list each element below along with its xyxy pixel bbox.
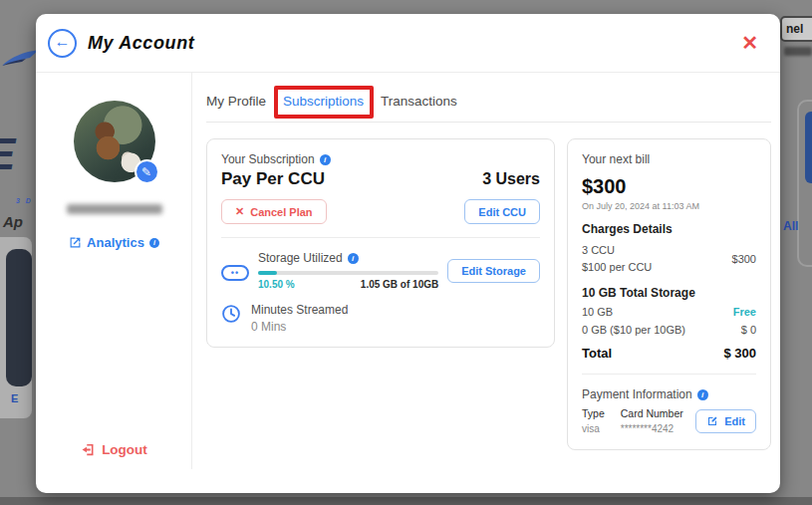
payment-card-column: Card Number ********4242 — [621, 407, 683, 434]
storage-extra-value: $ 0 — [741, 324, 756, 336]
payment-table: Type visa Card Number ********4242 — [582, 407, 683, 434]
ccu-amount: $300 — [732, 253, 756, 265]
background-view-all-link: All — [783, 219, 798, 233]
charge-line-storage-extra: 0 GB ($10 per 10GB) $ 0 — [582, 324, 756, 336]
storage-label: Storage Utilized — [258, 251, 343, 265]
x-icon: ✕ — [235, 205, 244, 218]
storage-usage: 1.05 GB of 10GB — [361, 279, 438, 290]
cancel-plan-label: Cancel Plan — [250, 206, 312, 218]
storage-free-value: Free — [733, 306, 756, 318]
storage-extra-label: 0 GB ($10 per 10GB) — [582, 324, 685, 336]
payment-type-value: visa — [582, 423, 605, 434]
storage-stats: 10.50 % 1.05 GB of 10GB — [258, 279, 438, 290]
payment-type-column: Type visa — [582, 407, 605, 434]
card-divider — [582, 374, 756, 375]
storage-details: Storage Utilized i 10.50 % 1.05 GB of 10… — [258, 251, 438, 290]
charge-line-storage-free: 10 GB Free — [582, 306, 756, 318]
charges-heading: Charges Details — [582, 222, 756, 236]
back-button[interactable]: ← — [48, 29, 77, 58]
payment-heading: Payment Information i — [582, 387, 756, 401]
minutes-value: 0 Mins — [251, 320, 348, 334]
storage-heading: Storage Utilized i — [258, 251, 438, 265]
info-icon[interactable]: i — [320, 154, 331, 165]
username-redacted — [67, 204, 162, 214]
tab-transactions[interactable]: Transactions — [381, 94, 457, 109]
minutes-details: Minutes Streamed 0 Mins — [251, 303, 348, 334]
payment-type-header: Type — [582, 407, 605, 419]
edit-payment-label: Edit — [724, 415, 745, 427]
tab-subscriptions[interactable]: Subscriptions — [283, 94, 364, 109]
subscription-heading-label: Your Subscription — [221, 152, 315, 166]
edit-ccu-label: Edit CCU — [478, 206, 526, 218]
edit-ccu-button[interactable]: Edit CCU — [464, 199, 540, 224]
storage-progress-fill — [258, 271, 277, 275]
avatar[interactable]: ✎ — [74, 101, 155, 182]
payment-heading-label: Payment Information — [582, 387, 692, 401]
modal-title: My Account — [88, 33, 194, 54]
logout-icon — [81, 442, 96, 457]
avatar-edit-badge[interactable]: ✎ — [135, 159, 159, 184]
payment-card-value: ********4242 — [621, 423, 683, 434]
bill-date: On July 20, 2024 at 11:03 AM — [582, 201, 756, 211]
my-account-modal: ← My Account ✕ ✎ — [36, 14, 780, 493]
clock-icon — [221, 304, 241, 324]
background-channel-button: nel — [780, 16, 812, 42]
storage-drive-icon: •• — [221, 265, 249, 281]
logout-button[interactable]: Logout — [81, 442, 147, 457]
account-content: My Profile Subscriptions Transactions Yo… — [192, 73, 780, 493]
bill-amount: $300 — [582, 175, 756, 198]
background-right-button — [805, 112, 812, 183]
cancel-plan-button[interactable]: ✕ Cancel Plan — [221, 199, 327, 224]
plan-name: Pay Per CCU — [221, 169, 325, 189]
storage-group-heading: 10 GB Total Storage — [582, 286, 756, 300]
charge-line-ccu-labels: 3 CCU $100 per CCU — [582, 242, 652, 275]
minutes-row: Minutes Streamed 0 Mins — [221, 303, 540, 334]
background-app-card-label: E — [11, 392, 18, 404]
app-logo-letter: E — [0, 129, 13, 179]
analytics-link[interactable]: Analytics i — [69, 235, 159, 250]
tab-bar: My Profile Subscriptions Transactions — [206, 88, 771, 123]
storage-free-label: 10 GB — [582, 306, 613, 318]
edit-storage-button[interactable]: Edit Storage — [447, 259, 540, 283]
edit-payment-button[interactable]: Edit — [695, 409, 756, 433]
modal-body: ✎ Analytics i Logo — [36, 73, 780, 493]
storage-progress-track — [258, 271, 438, 275]
close-button[interactable]: ✕ — [741, 33, 758, 53]
storage-percent: 10.50 % — [258, 279, 295, 290]
info-icon[interactable]: i — [697, 389, 708, 400]
background-app-thumbnail — [6, 249, 32, 386]
analytics-label: Analytics — [87, 235, 144, 250]
screen: E 3 D Ap E nel All ← My Account ✕ — [0, 0, 812, 505]
sidebar-divider — [191, 73, 192, 469]
users-count: 3 Users — [482, 170, 540, 188]
close-icon: ✕ — [741, 32, 758, 54]
plan-actions: ✕ Cancel Plan Edit CCU — [221, 199, 540, 224]
edit-pencil-icon — [706, 415, 718, 427]
back-arrow-icon: ← — [55, 34, 71, 50]
background-apps-heading: Ap — [3, 213, 23, 230]
ccu-rate: $100 per CCU — [582, 259, 652, 276]
plan-row: Pay Per CCU 3 Users — [221, 169, 540, 189]
info-icon[interactable]: i — [348, 253, 359, 264]
minutes-label: Minutes Streamed — [251, 303, 348, 317]
account-sidebar: ✎ Analytics i Logo — [36, 73, 192, 493]
pencil-icon: ✎ — [141, 165, 151, 179]
subscription-heading: Your Subscription i — [221, 152, 540, 166]
ccu-label: 3 CCU — [582, 242, 652, 259]
tab-subscriptions-label: Subscriptions — [283, 94, 364, 109]
total-value: $ 300 — [723, 346, 756, 361]
background-blurred-text — [784, 47, 812, 56]
info-icon[interactable]: i — [149, 238, 159, 248]
edit-storage-label: Edit Storage — [461, 265, 526, 277]
external-link-icon — [69, 236, 82, 249]
bill-heading: Your next bill — [582, 152, 756, 166]
payment-card-header: Card Number — [621, 407, 683, 419]
card-divider — [221, 237, 540, 238]
total-label: Total — [582, 346, 612, 361]
window-bottom-edge — [0, 497, 812, 505]
tab-my-profile[interactable]: My Profile — [206, 94, 266, 109]
total-row: Total $ 300 — [582, 346, 756, 361]
next-bill-card: Your next bill $300 On July 20, 2024 at … — [567, 138, 771, 450]
app-logo-swoosh-icon — [2, 48, 40, 70]
modal-header: ← My Account ✕ — [36, 14, 780, 73]
